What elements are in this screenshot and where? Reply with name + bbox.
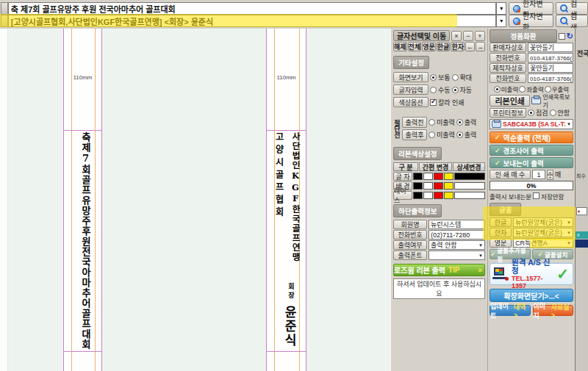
column-header: 구 분 [393, 162, 418, 171]
radio-check[interactable] [528, 109, 534, 116]
cut-after-button[interactable]: 출력후 [402, 129, 427, 140]
search-button[interactable]: 검색 [556, 15, 588, 27]
printer-select[interactable]: SABC4A3B (SA SL-T2 ▼ [490, 119, 573, 129]
cut-line-label: 절단선 [393, 117, 401, 140]
screen-view-button[interactable]: 화면보기 [393, 72, 429, 82]
phrase-print-button[interactable]: ✓ 경조사어 출력 [490, 145, 573, 156]
refresh-icon[interactable]: ↻ [567, 32, 573, 41]
detail-color-swatch[interactable] [454, 182, 485, 190]
close-expanded-view-button[interactable]: 확장화면닫기>...< [490, 289, 573, 302]
radio-zoom[interactable] [452, 74, 459, 81]
radio-no-print[interactable] [429, 132, 435, 138]
hanja-font-select[interactable]: 뉴런원앙체(굵은) ▼ [513, 228, 573, 237]
radio-print[interactable] [456, 132, 463, 138]
seller-phone-field[interactable]: 010-4187-3766(체 [528, 53, 573, 62]
swatch-black[interactable] [413, 173, 423, 180]
swatch-yellow[interactable] [444, 182, 453, 190]
swatch-black[interactable] [413, 192, 423, 199]
ribbon-text-input-1[interactable] [8, 2, 497, 15]
chevron-down-icon: ▼ [567, 122, 571, 126]
update-notice: 하셔서 업데이트 후 사용하십시요 [393, 278, 485, 299]
radio-off[interactable] [550, 109, 556, 116]
phone-label: 전화번호 [393, 230, 427, 239]
swatch-yellow[interactable] [444, 192, 453, 199]
swatch-white[interactable] [423, 182, 433, 190]
minus-button[interactable]: − [463, 31, 473, 41]
radio-normal[interactable] [430, 74, 437, 81]
char-input-button[interactable]: 글자입력 [393, 84, 429, 95]
radio-right-print[interactable] [545, 86, 551, 93]
swatch-red[interactable] [434, 173, 443, 180]
chevron-down-icon[interactable]: ▼ [496, 2, 506, 15]
detail-color-swatch[interactable] [454, 192, 485, 199]
ribbon-2-title-text[interactable]: 회장 [287, 283, 296, 303]
genuine-wreath-header: 정품화환 [490, 29, 557, 43]
row-handle[interactable] [1, 2, 8, 15]
row-label: 글 자 [393, 172, 412, 181]
maker-phone-field[interactable]: 010-4187-3766(체 [528, 73, 573, 83]
row-handle[interactable] [1, 15, 8, 27]
move-left-icon[interactable]: ← [465, 42, 475, 51]
remote-as-banner[interactable]: 원격 A/S 신청 TEL.1577-1357 ✓ [490, 263, 573, 285]
seller-field[interactable]: 꽃만들기 [528, 43, 573, 52]
ribbon-text-input-2[interactable] [8, 15, 497, 27]
ribbon-2-name-text[interactable]: 윤준식 [281, 306, 299, 350]
reverse-print-button[interactable]: ✓ 역순출력 (전체) [490, 132, 573, 143]
select-none-button[interactable]: 해제 [393, 42, 407, 51]
select-all-button[interactable]: 전체 [408, 42, 422, 51]
swatch-white[interactable] [423, 173, 433, 180]
hanja-font-label: 한자 [490, 228, 512, 237]
hangul-font-select[interactable]: 뉴런원앙체(굵은) ▼ [513, 217, 573, 227]
radio-auto[interactable] [452, 87, 459, 93]
color-option-button[interactable]: 색상옵션 [393, 97, 429, 107]
swatch-white[interactable] [423, 192, 433, 199]
copies-stepper[interactable]: ▲▼ [547, 170, 553, 179]
phone-field[interactable]: (02)711-7280 [429, 230, 485, 239]
swatch-red[interactable] [434, 182, 443, 190]
detail-color-swatch[interactable] [454, 173, 485, 180]
ribbon-width-label: 110mm [267, 74, 306, 81]
swatch-yellow[interactable] [444, 173, 453, 180]
output-font-select[interactable]: ▼ [429, 251, 485, 260]
print-list-link[interactable]: 인쇄목록보기 [531, 93, 573, 109]
no-save-checkbox[interactable] [533, 192, 539, 199]
ribbon-1-text[interactable]: 축제7회골프유망주후원전국아마추어골프대회 [79, 132, 93, 351]
image-library-button[interactable]: 이미지 자료실 > [533, 305, 574, 316]
ribbon-print-button[interactable]: 리본인쇄 [490, 95, 530, 107]
sender-print-button[interactable]: ✓ 보내는이 출력 [490, 157, 573, 168]
radio-left-print[interactable] [519, 86, 526, 93]
misc-settings-header: 기타설정 [393, 56, 429, 69]
rosewim-tip-button[interactable]: 로즈윔 리본 출력 TIP » [393, 264, 485, 276]
radio-print[interactable] [456, 119, 463, 126]
ribbon-2-org2-text[interactable]: 사단법인KGF한국골프연맹 [290, 132, 301, 279]
member-name-field[interactable]: 뉴런시스템 [429, 220, 485, 229]
chevron-down-icon: ▼ [567, 241, 571, 245]
ribbon-2[interactable]: 110mm 고양시골프협회 사단법인KGF한국골프연맹 회장 윤준식 [266, 29, 306, 371]
radio-no-print[interactable] [429, 119, 435, 126]
plus-button[interactable]: + [475, 31, 485, 41]
swatch-black[interactable] [413, 182, 423, 190]
genuine-checkbox[interactable] [559, 33, 565, 40]
move-right-icon[interactable]: → [476, 42, 485, 51]
radio-no-print[interactable] [494, 86, 501, 93]
ribbon-preview-canvas[interactable]: 110mm 축제7회골프유망주후원전국아마추어골프대회 110mm 고양시골프협… [0, 29, 390, 371]
hanja-convert-button[interactable]: 한자변환 [509, 15, 553, 27]
radio-manual[interactable] [430, 87, 437, 93]
printer-info-button[interactable]: 프린터정보 [490, 108, 526, 118]
swatch-red[interactable] [434, 192, 443, 199]
chevron-down-icon: ▼ [478, 253, 483, 258]
select-hangul-button[interactable]: 한글 [437, 42, 451, 51]
select-english-button[interactable]: 영문 [422, 42, 436, 51]
ribbon-1[interactable]: 110mm 축제7회골프유망주후원전국아마추어골프대회 [63, 29, 102, 371]
cut-before-button[interactable]: 출력전 [402, 117, 427, 128]
select-hanja-button[interactable]: 한자 [451, 42, 465, 51]
close-icon[interactable]: × [451, 31, 462, 41]
chevron-down-icon[interactable]: ▼ [496, 15, 506, 27]
copies-field[interactable]: 1 [532, 170, 545, 179]
print-or-not-select[interactable]: 출력 안함 ▼ [429, 240, 485, 250]
maker-field[interactable]: 꽃만들기 [528, 63, 573, 73]
print-progress-bar: 0% [490, 181, 573, 190]
update-history-button[interactable]: 업데이트 내역 > [490, 305, 531, 316]
ribbon-2-org1-text[interactable]: 고양시골프협회 [273, 132, 285, 250]
color-print-checkbox[interactable] [430, 99, 437, 106]
